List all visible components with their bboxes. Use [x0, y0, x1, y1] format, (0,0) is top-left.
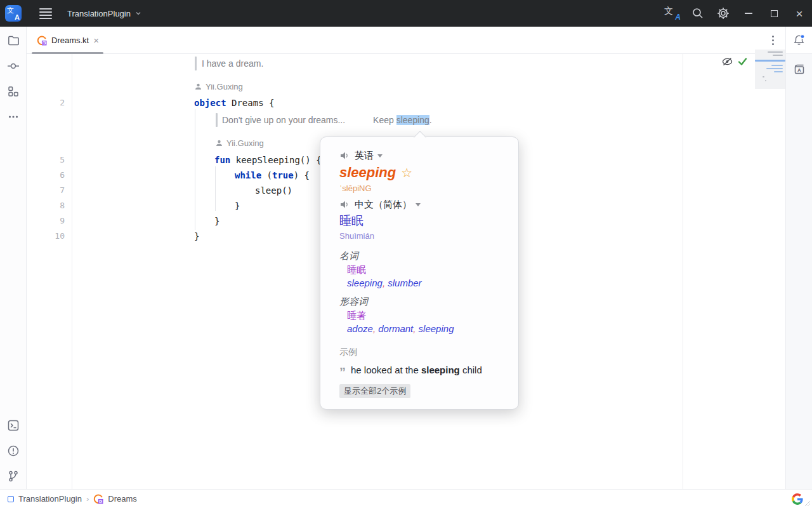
line-number: 8 — [27, 198, 65, 213]
selected-word[interactable]: sleeping — [396, 115, 429, 125]
problems-tool-icon[interactable] — [6, 443, 21, 458]
breadcrumb-separator: › — [86, 494, 89, 504]
highlighting-disabled-eye-icon[interactable] — [721, 57, 733, 67]
target-language-label: 中文（简体） — [355, 199, 412, 211]
example-sentence: ” he looked at the sleeping child — [339, 364, 482, 378]
module-icon — [8, 496, 14, 502]
popup-word: sleeping — [339, 164, 396, 181]
tab-dreams-kt[interactable]: K Dreams.kt × — [32, 27, 105, 54]
code-line-7: sleep() — [255, 183, 292, 198]
structure-tool-icon[interactable] — [6, 84, 21, 99]
title-bar: 文A TranslationPlugin 文A × — [0, 0, 812, 27]
right-margin-guide — [683, 54, 683, 489]
settings-gear-icon[interactable] — [710, 0, 736, 27]
editor-minimap[interactable] — [755, 50, 785, 89]
translation-popup: 英语 sleeping ☆ ˈslēpiNG 中文（简体） 睡眠 Shuìmiá… — [320, 137, 519, 410]
gutter-separator — [72, 54, 72, 489]
kotlin-file-icon: K — [37, 36, 47, 46]
indent-guide — [215, 166, 216, 211]
breadcrumb-project[interactable]: TranslationPlugin — [18, 494, 82, 504]
google-translate-engine-icon[interactable] — [792, 493, 803, 505]
translation-text: 睡眠 — [339, 213, 363, 229]
code-line-8: } — [235, 198, 240, 213]
terminal-tool-icon[interactable] — [6, 418, 21, 433]
source-language-label: 英语 — [355, 150, 374, 162]
doc-comment-bar — [195, 57, 197, 70]
svg-text:K: K — [100, 499, 102, 503]
window-close-button[interactable]: × — [787, 0, 812, 27]
code-line-5: fun keepSleeping() { — [214, 152, 322, 168]
tab-label: Dreams.kt — [51, 36, 89, 45]
doc2-part1: Don't give up on your dreams... — [222, 115, 345, 125]
code-line-9: } — [214, 213, 219, 229]
project-selector[interactable]: TranslationPlugin — [67, 9, 142, 18]
doc-comment-bar — [216, 113, 218, 127]
line-number: 7 — [27, 183, 65, 198]
tab-close-icon[interactable]: × — [93, 36, 99, 45]
editor-tab-bar: K Dreams.kt × — [27, 27, 812, 54]
part-of-speech-label: 形容词 — [339, 296, 368, 308]
svg-text:A: A — [797, 67, 801, 73]
user-icon — [216, 140, 223, 147]
project-name: TranslationPlugin — [67, 9, 131, 18]
doc-comment-text: I have a dream. — [202, 56, 263, 71]
user-icon — [195, 83, 202, 90]
right-tool-stripe: A — [785, 54, 812, 489]
target-language-selector[interactable]: 中文（简体） — [355, 199, 421, 211]
status-bar: TranslationPlugin › K Dreams — [0, 489, 812, 508]
line-number: 2 — [27, 95, 65, 110]
svg-text:K: K — [43, 41, 46, 44]
pinyin-text: Shuìmián — [339, 231, 374, 241]
speaker-icon[interactable] — [339, 199, 350, 210]
translate-action-icon[interactable]: 文A — [660, 0, 685, 27]
line-number: 6 — [27, 168, 65, 183]
code-line-6: while (true) { — [235, 168, 310, 183]
dictionary-meanings[interactable]: adoze, dormant, sleeping — [347, 323, 454, 334]
dictionary-meanings[interactable]: sleeping, slumber — [347, 277, 422, 288]
app-logo-icon: 文A — [5, 5, 22, 22]
chevron-down-icon — [134, 10, 142, 17]
left-tool-stripe — [0, 27, 27, 489]
chevron-down-icon — [416, 203, 421, 206]
window-maximize-button[interactable] — [761, 0, 787, 27]
code-line-2: object Dreams { — [194, 95, 274, 110]
resize-grip[interactable] — [804, 500, 811, 507]
search-icon[interactable] — [685, 0, 710, 27]
part-of-speech-label: 名词 — [339, 250, 358, 262]
dictionary-word[interactable]: 睡眠 — [347, 264, 366, 276]
inspections-ok-check-icon[interactable] — [737, 57, 748, 67]
more-tools-icon[interactable] — [6, 109, 21, 124]
example-pre: he looked at the — [351, 364, 421, 375]
dictionary-word[interactable]: 睡著 — [347, 310, 366, 322]
source-language-selector[interactable]: 英语 — [355, 150, 383, 162]
author-name: Yii.Guxing — [206, 82, 243, 91]
line-number: 9 — [27, 213, 65, 229]
kotlin-file-icon: K — [93, 494, 103, 504]
example-bold-word: sleeping — [421, 364, 460, 375]
doc2-keep: Keep — [373, 115, 396, 125]
author-annotation[interactable]: Yii.Guxing — [216, 138, 264, 148]
notifications-bell-icon[interactable] — [785, 27, 812, 54]
phonetic-text: ˈslēpiNG — [339, 184, 372, 193]
main-menu-icon[interactable] — [36, 4, 56, 23]
speaker-icon[interactable] — [339, 150, 350, 161]
window-minimize-button[interactable] — [736, 0, 761, 27]
editor-options-kebab-icon[interactable] — [760, 36, 785, 45]
git-branch-tool-icon[interactable] — [6, 469, 21, 484]
favorite-star-icon[interactable]: ☆ — [401, 165, 412, 180]
doc2-end: . — [429, 115, 432, 125]
example-section-label: 示例 — [339, 347, 357, 358]
code-line-10: } — [194, 229, 199, 244]
example-post: child — [460, 364, 482, 375]
breadcrumb-file[interactable]: Dreams — [108, 494, 137, 504]
line-number: 5 — [27, 152, 65, 168]
author-name: Yii.Guxing — [226, 138, 264, 148]
project-tool-icon[interactable] — [6, 33, 21, 48]
line-number: 10 — [27, 229, 65, 244]
quote-icon: ” — [339, 366, 346, 378]
indent-guide — [195, 109, 195, 230]
author-annotation[interactable]: Yii.Guxing — [195, 81, 243, 91]
translation-dictionary-tool-icon[interactable]: A — [792, 62, 807, 77]
show-all-examples-button[interactable]: 显示全部2个示例 — [339, 384, 410, 398]
commit-tool-icon[interactable] — [6, 58, 21, 74]
